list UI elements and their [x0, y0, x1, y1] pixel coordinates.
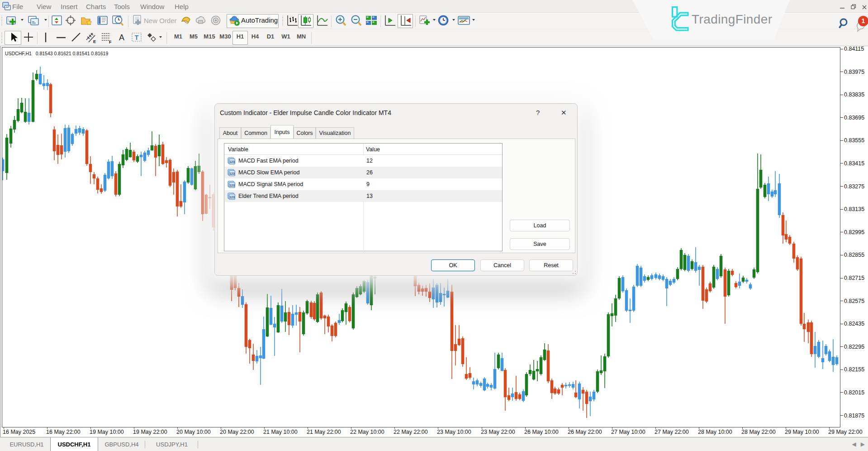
svg-text:T: T — [135, 34, 139, 41]
svg-text:E: E — [93, 39, 96, 44]
svg-text:123: 123 — [229, 196, 235, 199]
svg-text:A: A — [119, 33, 124, 42]
svg-text:123: 123 — [229, 184, 235, 187]
svg-text:123: 123 — [229, 160, 235, 163]
svg-text:123: 123 — [229, 172, 235, 175]
svg-text:F: F — [109, 40, 112, 44]
